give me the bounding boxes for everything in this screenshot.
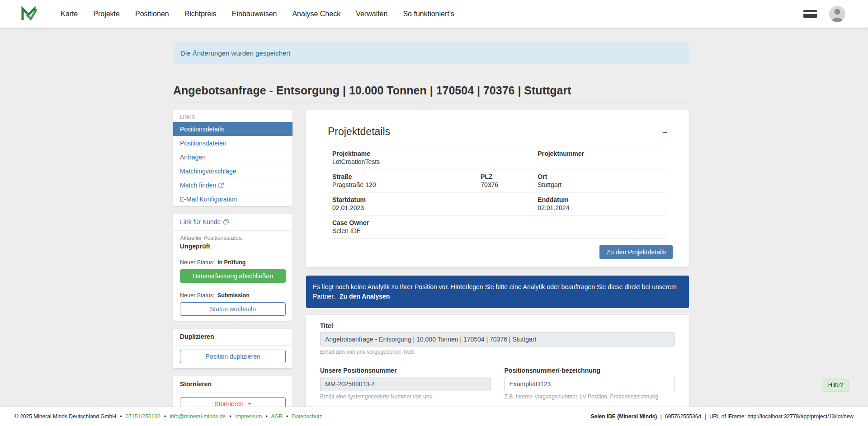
- bezeichnung-help: Z.B. Interne-Vorgangsnummer, LV-Position…: [505, 393, 675, 400]
- project-details-card: Projektdetails – Projektname LotCreation…: [306, 110, 689, 267]
- nav-item-analyse-check[interactable]: Analyse Check: [292, 10, 340, 18]
- sidebar-item-match-finden[interactable]: Match finden: [173, 178, 292, 192]
- nav-item-richtpreis[interactable]: Richtpreis: [184, 10, 217, 18]
- duplicate-button-section: Position duplizieren: [173, 345, 292, 368]
- field-value: 02.01.2023: [332, 204, 528, 211]
- field-value: Selen IDE: [332, 227, 663, 234]
- help-button[interactable]: Hilfe?: [823, 379, 848, 391]
- footer-iframe-url: http://localhost:32778/app/project/13/lo…: [747, 413, 854, 420]
- new-status-section-1: Neuer Status: In Prüfung Datenerfassung …: [173, 255, 292, 288]
- field-case-owner: Case Owner Selen IDE: [328, 219, 667, 234]
- collapse-button[interactable]: –: [662, 127, 667, 136]
- links-header: LINKS: [173, 110, 292, 122]
- positionsnummer-input: [320, 377, 491, 391]
- field-plz: PLZ 70376: [476, 173, 533, 188]
- title-divider: [173, 103, 689, 103]
- current-status-value: Ungeprüft: [180, 243, 286, 250]
- table-row: Startdatum 02.01.2023 Enddatum 02.01.202…: [328, 192, 667, 215]
- field-projektname: Projektname LotCreationTests: [328, 150, 533, 165]
- link-fuer-kunde-label: Link für Kunde: [180, 218, 221, 225]
- agb-link[interactable]: AGB: [271, 413, 283, 420]
- credit-card-button[interactable]: [803, 9, 817, 19]
- new-status-label-2: Neuer Status:: [180, 292, 214, 299]
- positionsnummer-label: Unsere Positionsnummer: [320, 367, 491, 374]
- new-status-line-1: Neuer Status: In Prüfung: [180, 259, 286, 266]
- zu-den-projektdetails-button[interactable]: Zu den Projektdetails: [599, 245, 673, 259]
- status-wechseln-button[interactable]: Status wechseln: [180, 302, 286, 316]
- field-label: Startdatum: [332, 196, 528, 203]
- navbar-right: [803, 6, 845, 22]
- table-row: Case Owner Selen IDE: [328, 215, 667, 238]
- bullet-separator: •: [286, 413, 288, 420]
- current-status-label: Aktueller Positionsstatus:: [180, 235, 286, 241]
- position-form-card: Titel Erhält den von uns vorgegebenen Ti…: [306, 315, 689, 409]
- field-label: Projektname: [332, 150, 528, 157]
- nav-item-projekte[interactable]: Projekte: [93, 10, 120, 18]
- zu-den-analysen-link[interactable]: Zu den Analysen: [340, 293, 390, 300]
- field-label: Straße: [332, 173, 472, 180]
- bezeichnung-label: Positionsnummer/-bezeichnung: [505, 367, 675, 374]
- bullet-separator: •: [164, 413, 166, 420]
- user-icon: [829, 6, 845, 22]
- nav-item-einbauweisen[interactable]: Einbauweisen: [232, 10, 277, 18]
- footer: © 2025 Mineral Minds Deutschland GmbH • …: [0, 407, 868, 426]
- sidebar-item-anfragen[interactable]: Anfragen: [173, 150, 292, 164]
- impressum-link[interactable]: Impressum: [235, 413, 262, 420]
- datenschutz-link[interactable]: Datenschutz: [292, 413, 322, 420]
- caret-down-icon: [248, 403, 251, 407]
- sidebar: LINKS Positionsdetails Positionsdateien …: [173, 110, 292, 424]
- sidebar-links-card: LINKS Positionsdetails Positionsdateien …: [173, 110, 292, 206]
- external-link-icon: [218, 183, 224, 188]
- new-status-line-2: Neuer Status: Submission: [180, 292, 286, 299]
- minus-icon: –: [662, 127, 667, 137]
- sidebar-item-positionsdateien[interactable]: Positionsdateien: [173, 136, 292, 150]
- field-label: Projektnummer: [538, 150, 663, 157]
- bezeichnung-input[interactable]: [505, 377, 675, 391]
- page-title: Angebotsanfrage - Entsorgung | 10.000 To…: [173, 84, 689, 97]
- user-avatar[interactable]: [829, 6, 845, 22]
- save-success-alert: Die Änderungen wurden gespeichert: [173, 42, 689, 64]
- project-details-table: Projektname LotCreationTests Projektnumm…: [328, 146, 667, 239]
- phone-link[interactable]: 07151/250100: [126, 413, 160, 420]
- new-status-section-2: Neuer Status: Submission Status wechseln: [173, 288, 292, 321]
- analytics-banner: Es liegt noch keine Analytik zu Ihrer Po…: [306, 276, 689, 308]
- titel-field-group: Titel Erhält den von uns vorgegebenen Ti…: [320, 322, 675, 355]
- nav-item-karte[interactable]: Karte: [61, 10, 78, 18]
- brand-logo[interactable]: [21, 6, 37, 22]
- cancel-title: Stornieren: [173, 376, 292, 393]
- position-duplizieren-button[interactable]: Position duplizieren: [180, 350, 286, 363]
- nav-item-positionen[interactable]: Positionen: [135, 10, 169, 18]
- field-value: 02.01.2024: [538, 204, 663, 211]
- titel-label: Titel: [320, 322, 675, 329]
- footer-user: Selen IDE (Mineral Minds): [591, 413, 657, 420]
- main-column: Projektdetails – Projektname LotCreation…: [306, 110, 689, 417]
- datenerfassung-abschliessen-button[interactable]: Datenerfassung abschließen: [180, 269, 286, 283]
- field-strasse: Straße Pragstraße 120: [328, 173, 476, 188]
- bullet-separator: •: [266, 413, 268, 420]
- project-details-footer: Zu den Projektdetails: [306, 239, 689, 259]
- sidebar-item-email-konfiguration[interactable]: E-Mail Konfiguration: [173, 192, 292, 206]
- link-fuer-kunde-link[interactable]: Link für Kunde: [180, 218, 229, 225]
- footer-right: Selen IDE (Mineral Minds) | 69576255536d…: [591, 413, 854, 420]
- pipe-separator: |: [660, 413, 662, 420]
- credit-card-icon: [803, 9, 817, 19]
- email-link[interactable]: info@mineral-minds.de: [170, 413, 226, 420]
- bullet-separator: •: [229, 413, 231, 420]
- field-value: LotCreationTests: [332, 158, 528, 165]
- project-details-header: Projektdetails –: [306, 110, 689, 146]
- titel-input: [320, 332, 675, 346]
- field-ort: Ort Stuttgart: [533, 173, 667, 188]
- sidebar-item-label: Match finden: [180, 182, 216, 189]
- nav-item-so-funktionierts[interactable]: So funktioniert's: [403, 10, 454, 18]
- nav-item-verwalten[interactable]: Verwalten: [356, 10, 387, 18]
- field-projektnummer: Projektnummer -: [533, 150, 667, 165]
- bezeichnung-field-group: Positionsnummer/-bezeichnung Z.B. Intern…: [505, 367, 675, 400]
- new-status-label-1: Neuer Status:: [180, 259, 214, 266]
- titel-help: Erhält den von uns vorgegebenen Titel.: [320, 349, 675, 355]
- field-value: -: [538, 158, 663, 165]
- sidebar-item-matchingvorschlaege[interactable]: Matchingvorschläge: [173, 164, 292, 178]
- main-nav: Karte Projekte Positionen Richtpreis Ein…: [61, 10, 454, 18]
- field-label: PLZ: [481, 173, 528, 180]
- content-layout: LINKS Positionsdetails Positionsdateien …: [173, 110, 689, 424]
- sidebar-item-positionsdetails[interactable]: Positionsdetails: [173, 122, 292, 136]
